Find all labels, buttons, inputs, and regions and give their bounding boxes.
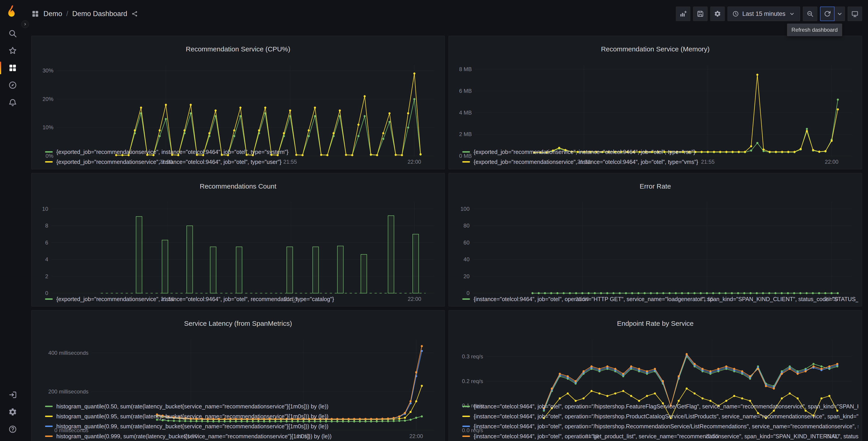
legend-label: {instance="otelcol:9464", job="otel", op… [474, 413, 858, 420]
time-range-picker[interactable]: Last 15 minutes [727, 6, 800, 21]
svg-text:0.3 req/s: 0.3 req/s [462, 353, 483, 359]
apps-icon [31, 10, 39, 18]
sidebar-item-alerting[interactable] [0, 94, 25, 111]
legend-label: {instance="otelcol:9464", job="otel", op… [474, 423, 858, 430]
caret-down-icon [836, 10, 843, 18]
panel-recommendation-cpu: Recommendation Service (CPU%) 0%10%20%30… [31, 36, 445, 169]
time-range-label: Last 15 minutes [742, 10, 785, 18]
panel-legend: histogram_quantile(0.50, sum(rate(latenc… [35, 401, 441, 441]
timeseries-chart[interactable]: 0 milliseconds200 milliseconds400 millis… [35, 336, 441, 401]
legend-item[interactable]: {exported_job="recommendationservice", i… [462, 147, 858, 157]
legend-item[interactable]: {instance="otelcol:9464", job="otel", op… [462, 421, 858, 431]
question-circle-icon [8, 425, 17, 434]
legend-item[interactable]: histogram_quantile(0.999, sum(rate(laten… [45, 431, 441, 441]
legend-label: {instance="otelcol:9464", job="otel", op… [474, 296, 858, 302]
legend-label: histogram_quantile(0.50, sum(rate(latenc… [56, 403, 328, 410]
panel-grid: Recommendation Service (CPU%) 0%10%20%30… [31, 36, 862, 441]
kiosk-mode-button[interactable] [848, 6, 862, 21]
legend-label: {exported_job="recommendationservice", i… [474, 159, 698, 165]
panel-legend: {instance="otelcol:9464", job="otel", op… [452, 401, 858, 441]
breadcrumb-dashboard[interactable]: Demo Dashboard [72, 10, 127, 18]
top-navbar: Demo / Demo Dashboard Last 15 minutes [25, 0, 868, 28]
timeseries-chart[interactable]: 0 MB2 MB4 MB6 MB8 MB21:5021:5522:00 [452, 61, 858, 146]
svg-text:40: 40 [463, 256, 469, 262]
clock-icon [732, 10, 739, 17]
legend-item[interactable]: histogram_quantile(0.95, sum(rate(latenc… [45, 411, 441, 421]
refresh-dashboard-button[interactable] [820, 6, 835, 21]
timeseries-chart[interactable]: 02040608010021:5021:5522:00 [452, 199, 858, 294]
legend-label: histogram_quantile(0.999, sum(rate(laten… [56, 433, 332, 440]
share-icon[interactable] [131, 10, 138, 17]
legend-item[interactable]: {exported_job="recommendationservice", i… [45, 294, 441, 304]
legend-swatch [462, 416, 470, 417]
gear-icon [714, 10, 721, 18]
svg-text:200 milliseconds: 200 milliseconds [49, 388, 89, 394]
sidebar-item-starred[interactable] [0, 42, 25, 59]
sidebar-item-search[interactable] [0, 25, 25, 42]
legend-item[interactable]: histogram_quantile(0.50, sum(rate(latenc… [45, 401, 441, 411]
sidebar-item-explore[interactable] [0, 77, 25, 94]
legend-label: {exported_job="recommendationservice", i… [56, 296, 334, 302]
legend-item[interactable]: {instance="otelcol:9464", job="otel", op… [462, 401, 858, 411]
legend-item[interactable]: histogram_quantile(0.99, sum(rate(latenc… [45, 421, 441, 431]
apps-icon [8, 63, 17, 72]
legend-swatch [462, 298, 470, 300]
panel-title[interactable]: Endpoint Rate by Service [452, 318, 858, 330]
svg-text:8: 8 [45, 223, 48, 229]
refresh-icon [824, 10, 831, 18]
grafana-logo[interactable] [5, 4, 20, 18]
legend-swatch [462, 151, 470, 153]
legend-item[interactable]: {exported_job="recommendationservice", i… [45, 147, 441, 157]
legend-label: histogram_quantile(0.99, sum(rate(latenc… [56, 423, 328, 430]
panel-recommendation-memory: Recommendation Service (Memory) 0 MB2 MB… [448, 36, 862, 169]
breadcrumb-separator: / [66, 10, 68, 18]
dashboard-settings-button[interactable] [710, 6, 725, 21]
sidebar-item-dashboards[interactable] [0, 59, 25, 77]
compass-icon [8, 81, 17, 90]
save-dashboard-button[interactable] [693, 6, 708, 21]
legend-label: {instance="otelcol:9464", job="otel", op… [474, 433, 858, 440]
legend-swatch [45, 416, 53, 417]
legend-item[interactable]: {exported_job="recommendationservice", i… [462, 157, 858, 167]
panel-service-latency: Service Latency (from SpanMetrics) 0 mil… [31, 310, 445, 441]
legend-swatch [462, 406, 470, 407]
panel-title[interactable]: Service Latency (from SpanMetrics) [35, 318, 441, 330]
save-icon [697, 10, 704, 18]
legend-label: {instance="otelcol:9464", job="otel", op… [474, 403, 858, 410]
panel-title[interactable]: Recommendations Count [35, 181, 441, 193]
svg-text:8 MB: 8 MB [459, 66, 472, 72]
legend-item[interactable]: {instance="otelcol:9464", job="otel", op… [462, 294, 858, 304]
sidebar-expand-button[interactable] [21, 20, 29, 28]
breadcrumb: Demo / Demo Dashboard [31, 10, 138, 18]
panel-legend: {instance="otelcol:9464", job="otel", op… [452, 294, 858, 304]
legend-label: {exported_job="recommendationservice", i… [56, 149, 288, 155]
legend-swatch [45, 161, 53, 163]
svg-text:6: 6 [45, 239, 48, 245]
sidebar [0, 0, 25, 441]
gear-icon [8, 408, 17, 416]
legend-swatch [45, 151, 53, 153]
zoom-out-icon [806, 10, 814, 18]
legend-swatch [462, 161, 470, 163]
search-icon [8, 29, 17, 38]
add-panel-button[interactable] [676, 6, 690, 21]
timeseries-chart[interactable]: 0%10%20%30%21:5021:5522:00 [35, 61, 441, 146]
bar-chart[interactable]: 024681021:5021:5522:00 [35, 199, 441, 294]
legend-label: {exported_job="recommendationservice", i… [474, 149, 695, 155]
refresh-interval-dropdown[interactable] [835, 6, 845, 21]
legend-item[interactable]: {instance="otelcol:9464", job="otel", op… [462, 411, 858, 421]
svg-text:400 milliseconds: 400 milliseconds [49, 350, 89, 356]
legend-item[interactable]: {instance="otelcol:9464", job="otel", op… [462, 431, 858, 441]
breadcrumb-folder[interactable]: Demo [43, 10, 62, 18]
dashboard-canvas: Recommendation Service (CPU%) 0%10%20%30… [25, 28, 868, 441]
sidebar-item-sign-in[interactable] [0, 386, 25, 404]
legend-item[interactable]: {exported_job="recommendationservice", i… [45, 157, 441, 167]
panel-recommendations-count: Recommendations Count 024681021:5021:552… [31, 173, 445, 306]
panel-title[interactable]: Recommendation Service (Memory) [452, 44, 858, 56]
zoom-out-button[interactable] [803, 6, 817, 21]
panel-title[interactable]: Error Rate [452, 181, 858, 193]
timeseries-chart[interactable]: 0.0 req/s0.1 req/s0.2 req/s0.3 req/s21:5… [452, 336, 858, 401]
sidebar-item-help[interactable] [0, 421, 25, 438]
panel-title[interactable]: Recommendation Service (CPU%) [35, 44, 441, 56]
sidebar-item-configuration[interactable] [0, 404, 25, 421]
